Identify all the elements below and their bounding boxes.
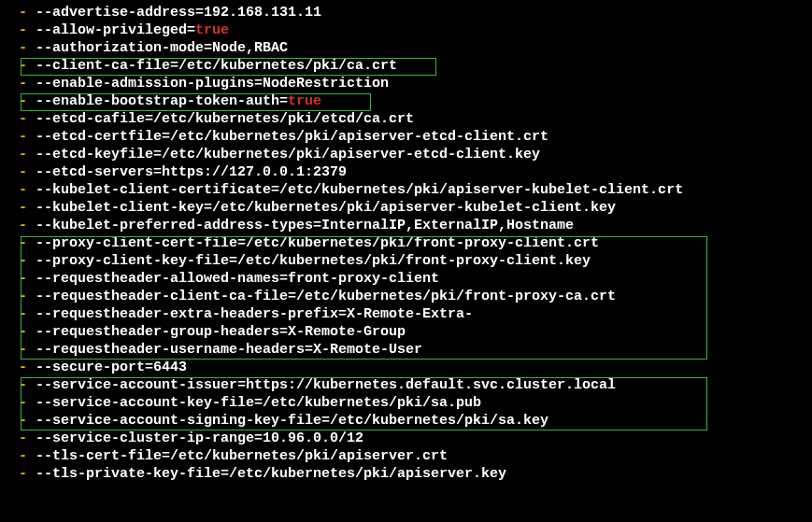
config-line: - --requestheader-extra-headers-prefix=X…	[19, 305, 812, 323]
yaml-dash: -	[19, 164, 36, 180]
yaml-dash: -	[19, 200, 36, 216]
config-line: - --requestheader-group-headers=X-Remote…	[19, 323, 812, 341]
yaml-dash: -	[19, 147, 36, 162]
yaml-dash: -	[19, 111, 36, 127]
flag-text: --etcd-servers=https://127.0.0.1:2379	[36, 164, 347, 180]
config-line: - --tls-private-key-file=/etc/kubernetes…	[19, 465, 812, 483]
config-line: - --proxy-client-key-file=/etc/kubernete…	[19, 252, 812, 270]
yaml-dash: -	[19, 5, 36, 21]
config-line: - --service-account-signing-key-file=/et…	[19, 412, 812, 430]
flag-text: --kubelet-client-certificate=/etc/kubern…	[36, 182, 683, 198]
yaml-dash: -	[19, 22, 36, 38]
terminal-output: - --advertise-address=192.168.131.11- --…	[0, 0, 812, 483]
flag-text: --proxy-client-key-file=/etc/kubernetes/…	[36, 253, 591, 269]
flag-text: --etcd-keyfile=/etc/kubernetes/pki/apise…	[36, 147, 540, 162]
config-line: - --proxy-client-cert-file=/etc/kubernet…	[19, 234, 812, 252]
flag-value: true	[195, 22, 229, 38]
yaml-dash: -	[19, 40, 36, 56]
yaml-dash: -	[19, 76, 36, 92]
flag-text: --requestheader-client-ca-file=/etc/kube…	[36, 289, 616, 304]
yaml-dash: -	[19, 306, 36, 322]
config-line: - --enable-admission-plugins=NodeRestric…	[19, 75, 812, 92]
flag-text: --requestheader-username-headers=X-Remot…	[36, 342, 422, 358]
config-line: - --service-account-key-file=/etc/kubern…	[19, 394, 812, 412]
flag-text: --allow-privileged=	[36, 22, 195, 38]
config-line: - --requestheader-client-ca-file=/etc/ku…	[19, 288, 812, 305]
yaml-dash: -	[19, 466, 36, 482]
flag-text: --secure-port=6443	[36, 360, 187, 375]
flag-text: --etcd-cafile=/etc/kubernetes/pki/etcd/c…	[36, 111, 414, 127]
config-line: - --tls-cert-file=/etc/kubernetes/pki/ap…	[19, 447, 812, 465]
flag-text: --enable-admission-plugins=NodeRestricti…	[36, 76, 389, 92]
flag-text: --service-account-signing-key-file=/etc/…	[36, 413, 548, 429]
flag-text: --authorization-mode=Node,RBAC	[36, 40, 288, 56]
yaml-dash: -	[19, 360, 36, 375]
config-line: - --kubelet-preferred-address-types=Inte…	[19, 217, 812, 234]
flag-text: --enable-bootstrap-token-auth=	[36, 93, 288, 109]
flag-text: --tls-cert-file=/etc/kubernetes/pki/apis…	[36, 448, 448, 464]
yaml-dash: -	[19, 253, 36, 269]
flag-text: --proxy-client-cert-file=/etc/kubernetes…	[36, 235, 599, 251]
config-line: - --service-account-issuer=https://kuber…	[19, 376, 812, 394]
yaml-dash: -	[19, 93, 36, 109]
yaml-dash: -	[19, 448, 36, 464]
config-line: - --service-cluster-ip-range=10.96.0.0/1…	[19, 430, 812, 447]
flag-value: true	[288, 93, 321, 109]
config-line: - --enable-bootstrap-token-auth=true	[19, 92, 812, 110]
config-line: - --secure-port=6443	[19, 359, 812, 376]
config-line: - --etcd-servers=https://127.0.0.1:2379	[19, 163, 812, 181]
yaml-dash: -	[19, 235, 36, 251]
yaml-dash: -	[19, 218, 36, 233]
flag-text: --service-cluster-ip-range=10.96.0.0/12	[36, 430, 363, 446]
config-line: - --etcd-keyfile=/etc/kubernetes/pki/api…	[19, 146, 812, 163]
yaml-dash: -	[19, 324, 36, 340]
config-line: - --allow-privileged=true	[19, 21, 812, 39]
config-line: - --kubelet-client-key=/etc/kubernetes/p…	[19, 199, 812, 217]
yaml-dash: -	[19, 129, 36, 145]
config-line: - --etcd-cafile=/etc/kubernetes/pki/etcd…	[19, 110, 812, 128]
config-line: - --etcd-certfile=/etc/kubernetes/pki/ap…	[19, 128, 812, 146]
flag-text: --requestheader-allowed-names=front-prox…	[36, 271, 439, 287]
flag-text: --tls-private-key-file=/etc/kubernetes/p…	[36, 466, 506, 482]
flag-text: --requestheader-extra-headers-prefix=X-R…	[36, 306, 473, 322]
yaml-dash: -	[19, 271, 36, 287]
config-line: - --requestheader-username-headers=X-Rem…	[19, 341, 812, 359]
flag-text: --kubelet-client-key=/etc/kubernetes/pki…	[36, 200, 616, 216]
flag-text: --advertise-address=192.168.131.11	[36, 5, 321, 21]
flag-text: --kubelet-preferred-address-types=Intern…	[36, 218, 574, 233]
flag-text: --service-account-issuer=https://kuberne…	[36, 377, 616, 393]
flag-text: --client-ca-file=/etc/kubernetes/pki/ca.…	[36, 58, 397, 74]
flag-text: --service-account-key-file=/etc/kubernet…	[36, 395, 481, 411]
flag-text: --etcd-certfile=/etc/kubernetes/pki/apis…	[36, 129, 548, 145]
yaml-dash: -	[19, 342, 36, 358]
yaml-dash: -	[19, 58, 36, 74]
yaml-dash: -	[19, 377, 36, 393]
yaml-dash: -	[19, 430, 36, 446]
config-line: - --authorization-mode=Node,RBAC	[19, 39, 812, 57]
config-line: - --kubelet-client-certificate=/etc/kube…	[19, 181, 812, 199]
flag-text: --requestheader-group-headers=X-Remote-G…	[36, 324, 406, 340]
config-line: - --client-ca-file=/etc/kubernetes/pki/c…	[19, 57, 812, 75]
yaml-dash: -	[19, 182, 36, 198]
config-line: - --requestheader-allowed-names=front-pr…	[19, 270, 812, 288]
yaml-dash: -	[19, 413, 36, 429]
yaml-dash: -	[19, 395, 36, 411]
config-line: - --advertise-address=192.168.131.11	[19, 4, 812, 21]
yaml-dash: -	[19, 289, 36, 304]
